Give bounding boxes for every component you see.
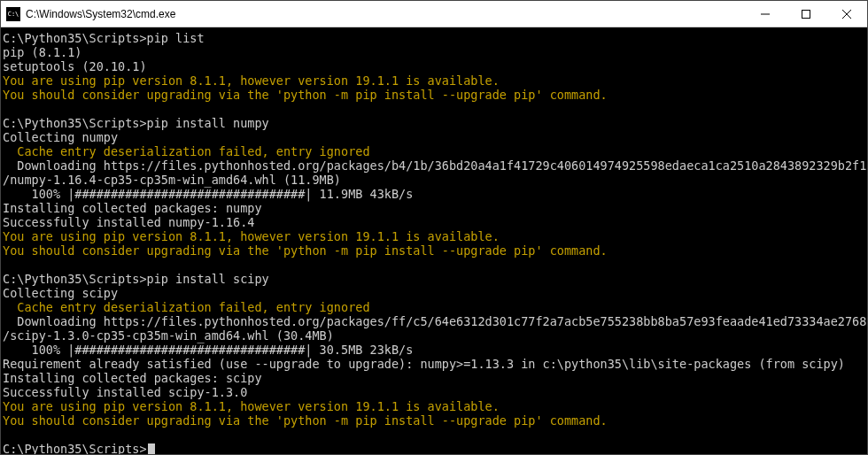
warning-line: You are using pip version 8.1.1, however… (3, 229, 865, 243)
warning-line: Cache entry deserialization failed, entr… (3, 300, 865, 314)
output-line: Requirement already satisfied (use --upg… (3, 357, 865, 371)
prompt-line: C:\Python35\Scripts> (3, 442, 865, 454)
warning-line: You are using pip version 8.1.1, however… (3, 73, 865, 88)
cmd-line: C:\Python35\Scripts>pip install numpy (3, 116, 865, 130)
output-line: Downloading https://files.pythonhosted.o… (3, 314, 865, 328)
maximize-button[interactable] (786, 1, 826, 27)
warning-line: Cache entry deserialization failed, entr… (3, 144, 865, 158)
output-line: /numpy-1.16.4-cp35-cp35m-win_amd64.whl (… (3, 173, 865, 187)
output-line: Successfully installed scipy-1.3.0 (3, 385, 865, 399)
progress-line: 100% |################################| … (3, 187, 865, 201)
close-button[interactable] (826, 1, 867, 27)
blank-line (3, 428, 865, 442)
output-line: pip (8.1.1) (3, 45, 865, 59)
output-line: Installing collected packages: numpy (3, 201, 865, 215)
svg-rect-1 (802, 10, 810, 18)
output-line: Successfully installed numpy-1.16.4 (3, 215, 865, 229)
progress-line: 100% |################################| … (3, 343, 865, 357)
window-title: C:\Windows\System32\cmd.exe (26, 8, 745, 20)
output-line: Downloading https://files.pythonhosted.o… (3, 158, 865, 173)
output-line: setuptools (20.10.1) (3, 59, 865, 73)
output-line: Collecting numpy (3, 130, 865, 144)
cmd-window: C:\Windows\System32\cmd.exe C:\Python35\… (0, 0, 868, 455)
blank-line (3, 258, 865, 272)
titlebar[interactable]: C:\Windows\System32\cmd.exe (1, 1, 867, 27)
warning-line: You should consider upgrading via the 'p… (3, 243, 865, 258)
cursor (148, 443, 155, 454)
cmd-line: C:\Python35\Scripts>pip install scipy (3, 272, 865, 286)
output-line: Collecting scipy (3, 286, 865, 300)
minimize-button[interactable] (745, 1, 786, 27)
terminal-output[interactable]: C:\Python35\Scripts>pip listpip (8.1.1)s… (1, 27, 867, 454)
warning-line: You should consider upgrading via the 'p… (3, 88, 865, 102)
warning-line: You are using pip version 8.1.1, however… (3, 399, 865, 413)
cmd-icon (6, 7, 20, 21)
output-line: /scipy-1.3.0-cp35-cp35m-win_amd64.whl (3… (3, 328, 865, 343)
blank-line (3, 102, 865, 116)
cmd-line: C:\Python35\Scripts>pip list (3, 31, 865, 45)
warning-line: You should consider upgrading via the 'p… (3, 413, 865, 428)
output-line: Installing collected packages: scipy (3, 371, 865, 385)
